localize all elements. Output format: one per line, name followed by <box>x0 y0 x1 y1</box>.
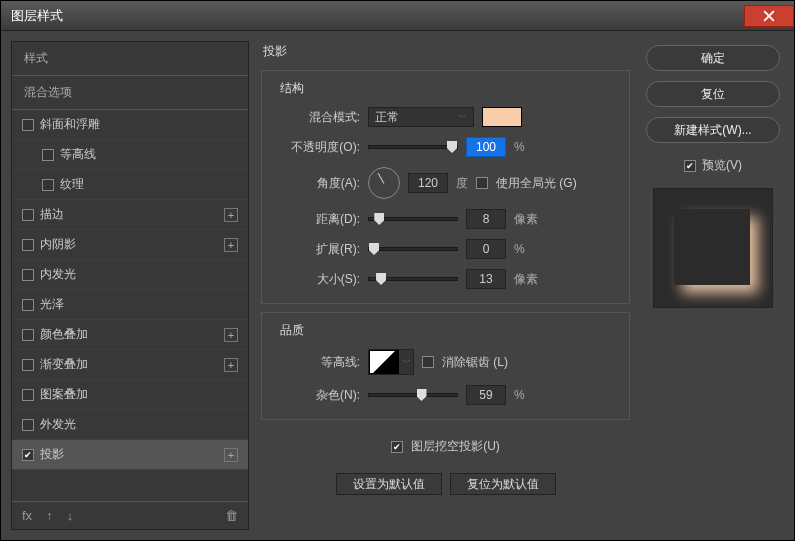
effect-label: 图案叠加 <box>40 386 88 403</box>
sidebar-blend-options[interactable]: 混合选项 <box>12 76 248 110</box>
preview-toggle[interactable]: 预览(V) <box>646 157 780 174</box>
contour-dropdown[interactable]: ﹀ <box>399 350 413 374</box>
effect-item-11[interactable]: 投影+ <box>12 440 248 470</box>
noise-input[interactable]: 59 <box>466 385 506 405</box>
preview-box <box>653 188 773 308</box>
structure-group: 结构 混合模式: 正常 ﹀ 不透明度(O): 100 % 角度(A) <box>261 70 630 304</box>
close-icon <box>763 10 775 22</box>
distance-unit: 像素 <box>514 211 538 228</box>
slider-thumb[interactable] <box>369 243 379 255</box>
effect-checkbox[interactable] <box>22 239 34 251</box>
slider-thumb[interactable] <box>417 389 427 401</box>
angle-unit: 度 <box>456 175 468 192</box>
blend-mode-value: 正常 <box>375 109 399 126</box>
fx-menu-icon[interactable]: fx <box>22 508 32 523</box>
effect-label: 渐变叠加 <box>40 356 88 373</box>
close-button[interactable] <box>744 5 794 27</box>
quality-group: 品质 等高线: ﹀ 消除锯齿 (L) 杂色(N): 59 % <box>261 312 630 420</box>
sidebar-styles-header[interactable]: 样式 <box>12 42 248 76</box>
panel-title: 投影 <box>257 41 634 62</box>
effect-item-3[interactable]: 描边+ <box>12 200 248 230</box>
spread-unit: % <box>514 242 525 256</box>
effect-label: 描边 <box>40 206 64 223</box>
titlebar: 图层样式 <box>1 1 794 31</box>
opacity-input[interactable]: 100 <box>466 137 506 157</box>
quality-legend: 品质 <box>274 322 310 339</box>
set-default-button[interactable]: 设置为默认值 <box>336 473 442 495</box>
spread-input[interactable]: 0 <box>466 239 506 259</box>
default-buttons: 设置为默认值 复位为默认值 <box>257 473 634 495</box>
cancel-button[interactable]: 复位 <box>646 81 780 107</box>
effect-label: 内发光 <box>40 266 76 283</box>
move-down-icon[interactable]: ↓ <box>67 508 74 523</box>
angle-input[interactable]: 120 <box>408 173 448 193</box>
noise-unit: % <box>514 388 525 402</box>
add-effect-icon[interactable]: + <box>224 448 238 462</box>
dialog-body: 样式 混合选项 斜面和浮雕等高线纹理描边+内阴影+内发光光泽颜色叠加+渐变叠加+… <box>1 31 794 540</box>
size-label: 大小(S): <box>274 271 360 288</box>
effect-item-2[interactable]: 纹理 <box>12 170 248 200</box>
antialias-checkbox[interactable] <box>422 356 434 368</box>
distance-slider[interactable] <box>368 217 458 221</box>
contour-picker[interactable]: ﹀ <box>368 349 414 375</box>
effect-item-1[interactable]: 等高线 <box>12 140 248 170</box>
add-effect-icon[interactable]: + <box>224 328 238 342</box>
knockout-label: 图层挖空投影(U) <box>411 438 500 455</box>
effect-item-7[interactable]: 颜色叠加+ <box>12 320 248 350</box>
effect-checkbox[interactable] <box>22 119 34 131</box>
effect-label: 斜面和浮雕 <box>40 116 100 133</box>
effect-item-8[interactable]: 渐变叠加+ <box>12 350 248 380</box>
contour-thumb <box>369 350 399 374</box>
opacity-slider[interactable] <box>368 145 458 149</box>
new-style-button[interactable]: 新建样式(W)... <box>646 117 780 143</box>
global-light-checkbox[interactable] <box>476 177 488 189</box>
preview-checkbox[interactable] <box>684 160 696 172</box>
spread-slider[interactable] <box>368 247 458 251</box>
main-panel: 投影 结构 混合模式: 正常 ﹀ 不透明度(O): 100 % <box>257 41 634 530</box>
slider-thumb[interactable] <box>447 141 457 153</box>
effect-checkbox[interactable] <box>22 419 34 431</box>
effect-checkbox[interactable] <box>22 359 34 371</box>
effect-checkbox[interactable] <box>22 389 34 401</box>
effect-item-5[interactable]: 内发光 <box>12 260 248 290</box>
add-effect-icon[interactable]: + <box>224 208 238 222</box>
opacity-label: 不透明度(O): <box>274 139 360 156</box>
effect-item-4[interactable]: 内阴影+ <box>12 230 248 260</box>
spread-label: 扩展(R): <box>274 241 360 258</box>
blend-mode-select[interactable]: 正常 ﹀ <box>368 107 474 127</box>
effect-item-0[interactable]: 斜面和浮雕 <box>12 110 248 140</box>
ok-button[interactable]: 确定 <box>646 45 780 71</box>
effect-checkbox[interactable] <box>22 449 34 461</box>
effect-checkbox[interactable] <box>22 299 34 311</box>
add-effect-icon[interactable]: + <box>224 238 238 252</box>
effect-label: 内阴影 <box>40 236 76 253</box>
add-effect-icon[interactable]: + <box>224 358 238 372</box>
effect-item-10[interactable]: 外发光 <box>12 410 248 440</box>
right-column: 确定 复位 新建样式(W)... 预览(V) <box>642 41 784 530</box>
distance-input[interactable]: 8 <box>466 209 506 229</box>
size-slider[interactable] <box>368 277 458 281</box>
effect-checkbox[interactable] <box>22 269 34 281</box>
effect-item-9[interactable]: 图案叠加 <box>12 380 248 410</box>
effect-item-6[interactable]: 光泽 <box>12 290 248 320</box>
trash-icon[interactable]: 🗑 <box>225 508 238 523</box>
noise-slider[interactable] <box>368 393 458 397</box>
effect-checkbox[interactable] <box>22 329 34 341</box>
effect-checkbox[interactable] <box>22 209 34 221</box>
size-input[interactable]: 13 <box>466 269 506 289</box>
global-light-label: 使用全局光 (G) <box>496 175 577 192</box>
reset-default-button[interactable]: 复位为默认值 <box>450 473 556 495</box>
effects-list: 斜面和浮雕等高线纹理描边+内阴影+内发光光泽颜色叠加+渐变叠加+图案叠加外发光投… <box>12 110 248 501</box>
shadow-color-swatch[interactable] <box>482 107 522 127</box>
noise-label: 杂色(N): <box>274 387 360 404</box>
angle-dial[interactable] <box>368 167 400 199</box>
knockout-checkbox[interactable] <box>391 441 403 453</box>
slider-thumb[interactable] <box>376 273 386 285</box>
effect-checkbox[interactable] <box>42 149 54 161</box>
move-up-icon[interactable]: ↑ <box>46 508 53 523</box>
size-unit: 像素 <box>514 271 538 288</box>
preview-swatch <box>674 209 750 285</box>
effect-checkbox[interactable] <box>42 179 54 191</box>
effect-label: 等高线 <box>60 146 96 163</box>
slider-thumb[interactable] <box>374 213 384 225</box>
